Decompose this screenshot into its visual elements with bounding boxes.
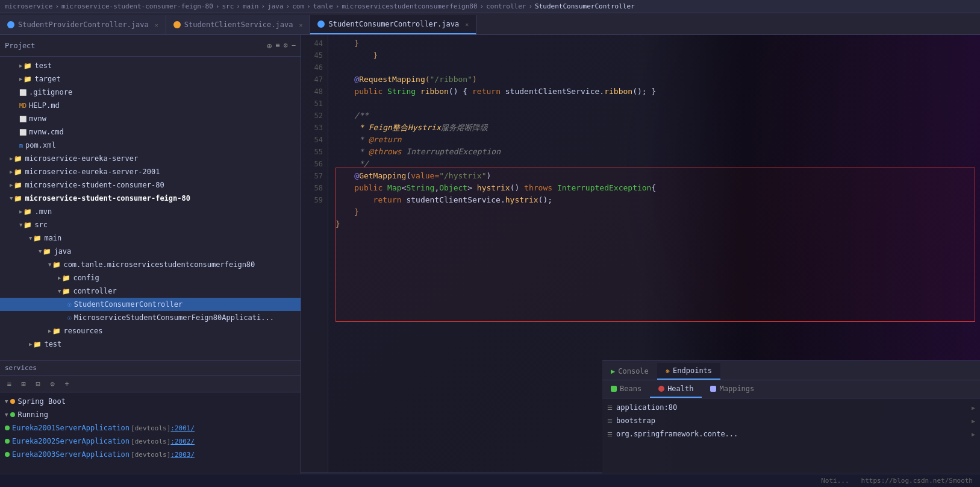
folder-icon: 📁 xyxy=(52,327,61,335)
tree-item[interactable]: ▼ 📁 main xyxy=(0,231,301,245)
tab-endpoints[interactable]: ❋ Endpoints xyxy=(657,363,720,380)
beans-icon xyxy=(611,386,617,392)
file-icon: ☰ xyxy=(607,418,613,424)
toolbar-filter-btn[interactable]: ⊟ xyxy=(31,377,45,391)
endpoint-item[interactable]: ☰ bootstrap ▶ xyxy=(607,414,975,427)
folder-icon: 📁 xyxy=(14,155,22,163)
service-label: Spring Boot xyxy=(17,397,65,406)
tree-item[interactable]: ▼ 📁 java xyxy=(0,245,301,258)
port-link[interactable]: :2002/ xyxy=(170,438,195,445)
tree-item[interactable]: ▼ 📁 src xyxy=(0,218,301,231)
code-line-53: * Feign整合Hystrix服务熔断降级 xyxy=(336,122,980,134)
sidebar-toolbar-btn[interactable]: ≡ xyxy=(275,41,279,51)
folder-icon: 📁 xyxy=(62,287,70,295)
tree-item[interactable]: ▶ 📁 test xyxy=(0,59,301,72)
tree-label: microservice-eureka-server-2001 xyxy=(25,168,160,176)
toolbar-group-btn[interactable]: ⊞ xyxy=(17,377,30,391)
port-link[interactable]: :2003/ xyxy=(170,451,195,459)
file-icon: ☰ xyxy=(607,404,613,411)
toolbar-settings-btn[interactable]: ⚙ xyxy=(46,377,59,391)
services-panel: services ≡ ⊞ ⊟ ⚙ + ▼ Spring Boot ▼ Runni… xyxy=(0,360,301,487)
breadcrumb-part: controller xyxy=(486,2,526,10)
services-title: services xyxy=(5,364,37,372)
tree-item[interactable]: ▼ 📁 com.tanle.microservicestudentconsume… xyxy=(0,258,301,271)
tree-arrow: ▶ xyxy=(29,341,32,347)
code-line-46 xyxy=(336,61,980,74)
tree-item[interactable]: ▼ 📁 controller xyxy=(0,284,301,298)
close-icon[interactable]: ✕ xyxy=(299,22,302,28)
tree-label: mvnw.cmd xyxy=(29,128,64,136)
tab-icon-blue xyxy=(7,21,14,28)
devtools-tag: [devtools] xyxy=(131,438,170,445)
folder-icon: 📁 xyxy=(33,341,42,348)
service-item-running[interactable]: ▼ Running xyxy=(0,408,301,421)
service-item-springboot[interactable]: ▼ Spring Boot xyxy=(0,395,301,408)
chevron-right-icon: ▶ xyxy=(972,431,975,438)
sidebar-toolbar-btn[interactable]: − xyxy=(292,41,296,51)
tab-mappings[interactable]: Mappings xyxy=(702,381,763,398)
mappings-icon xyxy=(710,386,716,392)
code-line-47: @RequestMapping("/ribbon") xyxy=(336,74,980,86)
service-item-app[interactable]: Eureka2002ServerApplication [devtools] :… xyxy=(0,435,301,448)
health-icon xyxy=(658,386,664,392)
service-item-app[interactable]: Eureka2001ServerApplication [devtools] :… xyxy=(0,421,301,435)
service-app-label: Eureka2001ServerApplication xyxy=(12,424,130,432)
tree-item[interactable]: ▶ 📁 microservice-eureka-server-2001 xyxy=(0,165,301,178)
service-item-app[interactable]: Eureka2003ServerApplication [devtools] :… xyxy=(0,448,301,461)
tab-label: Health xyxy=(667,385,693,393)
tree-item[interactable]: m pom.xml xyxy=(0,139,301,152)
folder-icon: 📁 xyxy=(14,168,22,176)
tree-item[interactable]: ☉ MicroserviceStudentConsumerFeign80Appl… xyxy=(0,311,301,324)
sidebar-toolbar-btn[interactable]: ⚙ xyxy=(284,41,288,51)
code-line-close2: } xyxy=(336,218,980,230)
code-line-55: * @throws InterruptedException xyxy=(336,146,980,158)
tree-item[interactable]: ⬜ mvnw.cmd xyxy=(0,125,301,139)
tree-label: com.tanle.microservicestudentconsumerfei… xyxy=(63,260,255,269)
toolbar-align-btn[interactable]: ≡ xyxy=(2,377,16,391)
sidebar-toolbar-btn[interactable]: ⊕ xyxy=(267,41,272,51)
tab-health[interactable]: Health xyxy=(650,381,702,398)
tree-item[interactable]: MD HELP.md xyxy=(0,99,301,112)
close-icon[interactable]: ✕ xyxy=(155,22,158,28)
code-line-57: @GetMapping(value="/hystrix") xyxy=(336,170,980,182)
tree-item[interactable]: ▼ 📁 microservice-student-consumer-feign-… xyxy=(0,192,301,205)
tree-item[interactable]: ⬜ .gitignore xyxy=(0,86,301,99)
tree-item[interactable]: ▶ 📁 resources xyxy=(0,324,301,338)
tree-item[interactable]: ▶ 📁 microservice-eureka-server xyxy=(0,152,301,165)
tree-arrow: ▶ xyxy=(19,63,22,69)
endpoint-label: application:80 xyxy=(616,403,677,412)
tab-provider[interactable]: StudentProviderController.java ✕ xyxy=(0,15,166,34)
endpoint-item[interactable]: ☰ application:80 ▶ xyxy=(607,401,975,414)
code-line-52: /** xyxy=(336,110,980,122)
tree-label: microservice-eureka-server xyxy=(25,154,138,163)
tree-arrow: ▶ xyxy=(10,156,13,162)
tab-console[interactable]: ▶ Console xyxy=(602,363,657,380)
tab-beans[interactable]: Beans xyxy=(602,381,650,398)
sidebar: Project ⊕ ≡ ⚙ − ▶ 📁 test ▶ 📁 target ⬜ xyxy=(0,35,301,487)
services-header: services xyxy=(0,361,301,375)
tree-item[interactable]: ▶ 📁 microservice-student-consumer-80 xyxy=(0,178,301,192)
close-icon[interactable]: ✕ xyxy=(465,21,469,28)
folder-icon: 📁 xyxy=(14,181,22,189)
tree-label: pom.xml xyxy=(25,141,56,149)
tree-item[interactable]: ▶ 📁 config xyxy=(0,271,301,284)
services-toolbar: ≡ ⊞ ⊟ ⚙ + xyxy=(0,375,301,392)
file-icon: ⬜ xyxy=(19,116,27,122)
tab-consumer[interactable]: StudentConsumerController.java ✕ xyxy=(310,15,476,34)
tab-client[interactable]: StudentClientService.java ✕ xyxy=(166,15,311,34)
tree-item[interactable]: ▶ 📁 test xyxy=(0,338,301,351)
tree-item[interactable]: ▶ 📁 target xyxy=(0,72,301,86)
breadcrumb-part: com xyxy=(292,2,304,10)
endpoint-item[interactable]: ☰ org.springframework.conte... ▶ xyxy=(607,427,975,441)
tree-item[interactable]: ▶ 📁 .mvn xyxy=(0,205,301,218)
file-tree: ▶ 📁 test ▶ 📁 target ⬜ .gitignore MD HELP… xyxy=(0,57,301,360)
tree-item-selected[interactable]: ☉ StudentConsumerController xyxy=(0,298,301,311)
tree-item[interactable]: ⬜ mvnw xyxy=(0,112,301,125)
code-line-44: } xyxy=(336,37,980,49)
devtools-tag: [devtools] xyxy=(131,424,170,432)
port-link[interactable]: :2001/ xyxy=(170,424,195,432)
folder-icon: 📁 xyxy=(23,75,32,83)
toolbar-add-btn[interactable]: + xyxy=(60,377,73,391)
tree-label: StudentConsumerController xyxy=(74,300,183,309)
endpoint-label: bootstrap xyxy=(616,416,655,425)
